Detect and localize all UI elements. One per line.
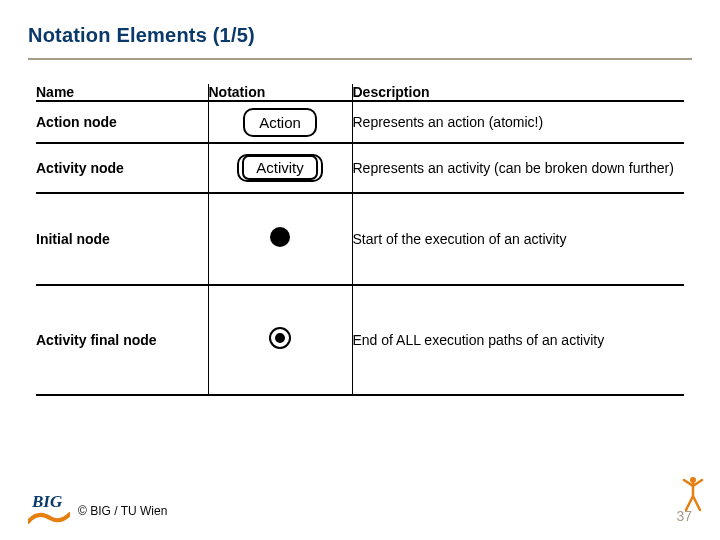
table-row: Activity node Activity Represents an act… — [36, 143, 684, 193]
table-row: Activity final node End of ALL execution… — [36, 285, 684, 395]
copyright-text: © BIG / TU Wien — [78, 504, 167, 518]
initial-node-icon — [270, 227, 290, 247]
notation-table: Name Notation Description Action node Ac… — [36, 84, 684, 396]
table-row: Initial node Start of the execution of a… — [36, 193, 684, 285]
big-logo-text: BIG — [32, 492, 62, 512]
action-node-icon: Action — [243, 108, 317, 137]
row-description: End of ALL execution paths of an activit… — [352, 285, 684, 395]
table-row: Action node Action Represents an action … — [36, 101, 684, 143]
star-person-icon — [680, 474, 706, 512]
row-notation: Action — [208, 101, 352, 143]
row-name: Activity node — [36, 143, 208, 193]
row-description: Represents an activity (can be broken do… — [352, 143, 684, 193]
row-name: Action node — [36, 101, 208, 143]
row-description: Represents an action (atomic!) — [352, 101, 684, 143]
row-notation — [208, 285, 352, 395]
big-logo: BIG — [28, 498, 70, 524]
table-header-row: Name Notation Description — [36, 84, 684, 101]
header-description: Description — [352, 84, 684, 101]
header-notation: Notation — [208, 84, 352, 101]
header-name: Name — [36, 84, 208, 101]
row-notation: Activity — [208, 143, 352, 193]
slide-title: Notation Elements (1/5) — [28, 24, 255, 47]
activity-node-label: Activity — [242, 155, 318, 180]
footer: BIG © BIG / TU Wien — [28, 498, 167, 524]
row-notation — [208, 193, 352, 285]
row-name: Initial node — [36, 193, 208, 285]
big-logo-swoosh-icon — [28, 512, 70, 524]
row-description: Start of the execution of an activity — [352, 193, 684, 285]
title-underline — [28, 58, 692, 60]
activity-final-node-icon — [269, 327, 291, 349]
page-number: 37 — [676, 508, 692, 524]
row-name: Activity final node — [36, 285, 208, 395]
activity-node-icon: Activity — [237, 154, 323, 182]
